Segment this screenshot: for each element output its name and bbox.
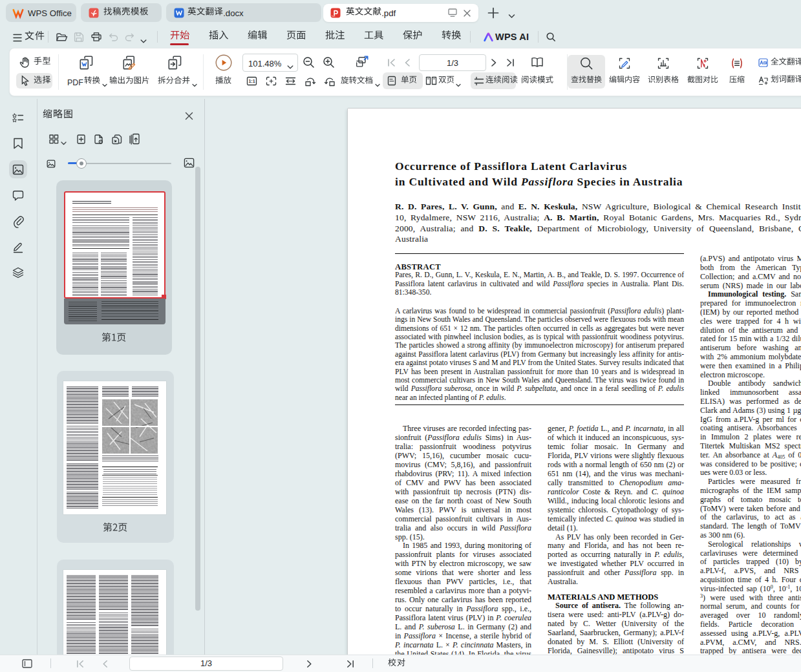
svg-text:1:1: 1:1 [248, 79, 255, 83]
